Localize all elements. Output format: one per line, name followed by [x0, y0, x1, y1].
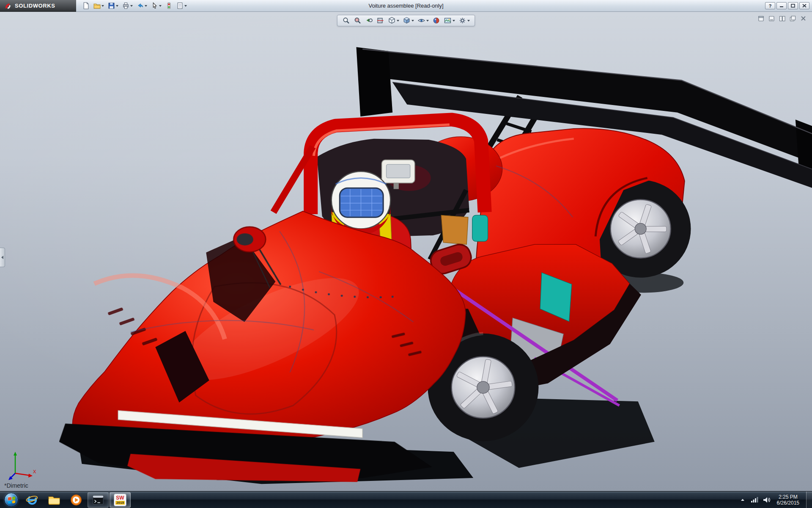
zoom-to-fit-icon: [342, 17, 350, 25]
new-document-icon: [82, 2, 90, 9]
command-prompt-icon: [91, 493, 105, 507]
taskbar-command-prompt[interactable]: [88, 492, 109, 508]
graphics-area[interactable]: X *Dimetric: [0, 12, 812, 491]
view-settings-caret[interactable]: [467, 20, 470, 22]
minimize-window-button[interactable]: [768, 15, 775, 22]
select-cursor-icon: [151, 2, 158, 9]
zoom-to-area-icon: [354, 17, 362, 25]
print-icon: [122, 2, 129, 9]
select-button[interactable]: [150, 1, 163, 10]
windows-start-orb-icon: [4, 493, 18, 507]
rebuild-icon: [165, 2, 173, 9]
cockpit-vent-teal[interactable]: [472, 215, 488, 241]
restore-window-button[interactable]: [757, 15, 765, 22]
show-hidden-icons-icon: [740, 497, 746, 503]
display-style-caret[interactable]: [411, 20, 414, 22]
apply-scene-icon: [444, 17, 452, 25]
view-settings-icon: [458, 17, 466, 25]
display-style-icon: [403, 17, 411, 25]
view-orientation-caret[interactable]: [397, 20, 399, 22]
media-player-icon: [69, 493, 83, 507]
taskbar-windows-explorer[interactable]: [44, 492, 65, 508]
brand-text: SOLIDWORKS: [15, 3, 55, 9]
hide-show-items-button[interactable]: [417, 17, 429, 25]
save-icon: [108, 2, 115, 9]
close-icon: [802, 4, 807, 8]
undo-button[interactable]: [135, 1, 148, 10]
zoom-to-fit-button[interactable]: [342, 17, 350, 25]
print-button[interactable]: [121, 1, 134, 10]
title-bar: SOLIDWORKS: [0, 0, 812, 12]
save-button[interactable]: [107, 1, 120, 10]
solidworks-taskbar-icon: SW 2015: [114, 494, 126, 506]
previous-view-button[interactable]: [365, 17, 373, 25]
options-button[interactable]: [175, 1, 188, 10]
hide-show-items-caret[interactable]: [426, 20, 429, 22]
options-icon: [176, 2, 184, 9]
start-button[interactable]: [1, 491, 21, 508]
solidworks-initials: SW: [116, 495, 124, 500]
minimize-window-icon: [768, 16, 775, 22]
network-status-button[interactable]: [751, 496, 758, 504]
triad-x-label: X: [33, 469, 36, 474]
windows-taskbar: SW 2015: [0, 491, 812, 508]
solidworks-version-badge: 2015: [115, 501, 125, 505]
close-window-icon: [800, 16, 807, 22]
zoom-to-area-button[interactable]: [354, 17, 362, 25]
taskbar-internet-explorer[interactable]: [22, 492, 43, 508]
edit-appearance-button[interactable]: [432, 17, 440, 25]
undo-dropdown-caret[interactable]: [145, 5, 147, 7]
folder-icon: [47, 493, 61, 507]
volume-button[interactable]: [763, 496, 770, 504]
view-orientation-icon: [388, 17, 396, 25]
minimize-icon: [779, 4, 784, 8]
show-desktop-button[interactable]: [806, 491, 812, 508]
open-icon: [93, 2, 101, 9]
main-toolbar: [76, 1, 188, 10]
section-view-button[interactable]: [376, 17, 384, 25]
open-dropdown-caret[interactable]: [102, 5, 104, 7]
close-window-button[interactable]: [799, 15, 807, 22]
select-dropdown-caret[interactable]: [159, 5, 162, 7]
show-hidden-icons-button[interactable]: [739, 496, 746, 504]
options-dropdown-caret[interactable]: [184, 5, 187, 7]
taskbar-media-player[interactable]: [66, 492, 87, 508]
maximize-icon: [791, 4, 795, 8]
help-button[interactable]: ?: [765, 2, 775, 9]
tile-windows-icon: [779, 16, 785, 22]
collapse-arrow-icon: [1, 256, 3, 259]
tile-windows-button[interactable]: [778, 15, 786, 22]
apply-scene-caret[interactable]: [453, 20, 455, 22]
feature-tree-collapse-tab[interactable]: [0, 248, 5, 267]
cascade-windows-icon: [790, 16, 796, 22]
clock-time: 2:25 PM: [777, 494, 799, 500]
taskbar-clock[interactable]: 2:25 PM 6/26/2015: [774, 494, 802, 506]
print-dropdown-caret[interactable]: [130, 5, 133, 7]
previous-view-icon: [365, 17, 373, 25]
internet-explorer-icon: [25, 493, 39, 507]
view-settings-button[interactable]: [458, 17, 470, 25]
rebuild-button[interactable]: [164, 1, 174, 10]
open-button[interactable]: [92, 1, 105, 10]
view-orientation-button[interactable]: [388, 17, 399, 25]
document-window-controls: [757, 15, 807, 22]
cascade-windows-button[interactable]: [789, 15, 796, 22]
network-icon: [751, 497, 758, 503]
heads-up-view-toolbar: [337, 15, 475, 26]
view-orientation-label: *Dimetric: [4, 482, 28, 489]
edit-appearance-icon: [432, 17, 440, 25]
display-style-button[interactable]: [403, 17, 414, 25]
new-document-button[interactable]: [81, 1, 91, 10]
race-car-model[interactable]: [0, 12, 812, 491]
solidworks-logo-mark: [4, 2, 12, 10]
helmet-visor: [340, 188, 383, 217]
minimize-button[interactable]: [776, 2, 787, 9]
clock-date: 6/26/2015: [777, 500, 799, 506]
taskbar-solidworks[interactable]: SW 2015: [110, 492, 131, 508]
close-button[interactable]: [799, 2, 809, 9]
solidworks-window: SOLIDWORKS: [0, 0, 812, 508]
maximize-button[interactable]: [788, 2, 798, 9]
hide-show-items-icon: [417, 17, 425, 25]
save-dropdown-caret[interactable]: [116, 5, 118, 7]
apply-scene-button[interactable]: [444, 17, 455, 25]
